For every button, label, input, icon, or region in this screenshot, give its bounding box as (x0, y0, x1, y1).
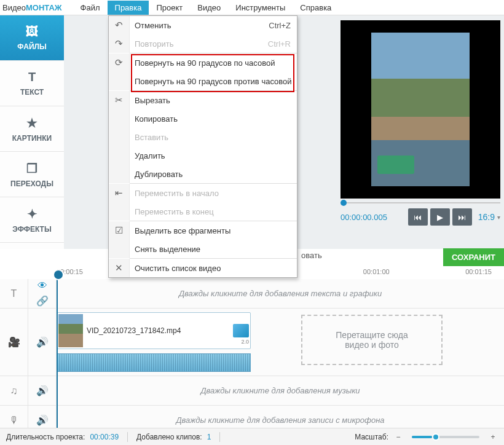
menu-item-label: Переместить в конец (130, 207, 297, 216)
clip-filename: VID_20210723_171842.mp4 (87, 326, 181, 335)
menu-item-icon: ☑ (109, 221, 130, 240)
dropzone-line2: видео и фото (345, 340, 399, 350)
save-button[interactable]: СОХРАНИТ (443, 248, 504, 266)
menu-item[interactable]: Копировать (109, 109, 297, 128)
menu-item: Вставить (109, 128, 297, 146)
statusbar: Длительность проекта: 00:00:39 Добавлено… (0, 428, 504, 445)
text-track-icon: T (11, 288, 17, 299)
eye-icon[interactable]: 👁 (37, 280, 47, 291)
menu-item-icon (109, 146, 130, 165)
menu-item: ↷ Повторить Ctrl+R (109, 34, 297, 53)
edit-dropdown: ↶ Отменить Ctrl+Z ↷ Повторить Ctrl+R ⟳ П… (108, 15, 297, 278)
menu-item-icon (109, 128, 130, 146)
zoom-handle[interactable] (432, 433, 439, 441)
speaker-icon[interactable]: 🔊 (36, 336, 49, 348)
menu-item-label: Повернуть на 90 градусов по часовой (130, 58, 297, 68)
menu-item-icon (109, 72, 130, 90)
sidebar-files[interactable]: 🖼 ФАЙЛЫ (0, 15, 64, 61)
sidebar-transitions[interactable]: ❐ ПЕРЕХОДЫ (0, 152, 64, 197)
menu-item[interactable]: ✕ Очистить список видео (109, 259, 297, 277)
text-track-hint: Дважды кликните для добавления текста и … (57, 279, 504, 308)
menu-item-label: Очистить список видео (130, 264, 297, 273)
menu-item-label: Повернуть на 90 градусов против часовой (130, 77, 297, 86)
menu-item[interactable]: ⟳ Повернуть на 90 градусов по часовой (109, 53, 297, 72)
speaker-icon[interactable]: 🔊 (36, 414, 49, 426)
link-icon[interactable]: 🔗 (36, 295, 49, 307)
video-preview[interactable] (341, 20, 500, 199)
menu-tools[interactable]: Инструменты (228, 1, 293, 15)
image-icon: 🖼 (26, 25, 38, 39)
sidebar-images[interactable]: ★ КАРТИНКИ (0, 106, 64, 152)
clip-thumbnail (58, 314, 83, 347)
menu-item[interactable]: ↶ Отменить Ctrl+Z (109, 16, 297, 34)
app-title: ВидеоМОНТАЖ (2, 3, 62, 12)
sidebar-transitions-label: ПЕРЕХОДЫ (10, 179, 53, 188)
speaker-icon[interactable]: 🔊 (36, 385, 49, 396)
timeline-music-track[interactable]: ♫ 🔊 Дважды кликните для добавления музык… (0, 376, 504, 406)
sidebar-text-label: ТЕКСТ (20, 88, 44, 96)
menu-item[interactable]: ☑ Выделить все фрагменты (109, 221, 297, 240)
sidebar-effects[interactable]: ✦ ЭФФЕКТЫ (0, 197, 64, 243)
timeline-text-track[interactable]: T 👁🔗 Дважды кликните для добавления текс… (0, 279, 504, 309)
dropzone[interactable]: Перетащите сюда видео и фото (301, 315, 443, 365)
menu-item-icon: ⇤ (109, 184, 130, 202)
zoom-in-button[interactable]: + (488, 433, 498, 441)
ruler-tick: 00:01:00 (363, 268, 390, 275)
zoom-label: Масштаб: (355, 433, 388, 441)
toolbar-text-suffix: овать (301, 251, 322, 260)
ruler-tick: 00:01:15 (465, 268, 492, 275)
app-title-b: МОНТАЖ (26, 3, 62, 12)
duration-label: Длительность проекта: (6, 433, 85, 441)
audio-waveform[interactable] (57, 353, 251, 372)
menu-item-label: Вставить (130, 133, 297, 142)
copy-icon: ❐ (26, 161, 37, 176)
menu-item-icon (109, 240, 130, 258)
menu-video[interactable]: Видео (190, 1, 228, 15)
timeline: T 👁🔗 Дважды кликните для добавления текс… (0, 279, 504, 428)
play-button[interactable]: ▶ (430, 208, 450, 226)
aspect-ratio[interactable]: 16:9 (478, 212, 495, 222)
video-clip[interactable]: VID_20210723_171842.mp4 (57, 312, 251, 349)
menu-item[interactable]: Повернуть на 90 градусов против часовой (109, 72, 297, 90)
scrub-bar[interactable] (341, 202, 500, 203)
sidebar: 🖼 ФАЙЛЫ T ТЕКСТ ★ КАРТИНКИ ❐ ПЕРЕХОДЫ ✦ … (0, 15, 64, 249)
playhead[interactable] (57, 275, 58, 428)
clips-value: 1 (207, 433, 211, 441)
menubar: ВидеоМОНТАЖ Файл Правка Проект Видео Инс… (0, 0, 504, 15)
menu-item-icon (109, 202, 130, 221)
menu-item[interactable]: Удалить (109, 146, 297, 165)
chevron-down-icon[interactable]: ▾ (497, 214, 500, 221)
timecode: 00:00:00.005 (341, 213, 387, 222)
menu-item-label: Выделить все фрагменты (130, 226, 297, 235)
menu-edit[interactable]: Правка (108, 1, 149, 15)
preview-frame (371, 33, 470, 186)
zoom-out-button[interactable]: − (393, 433, 403, 441)
star-icon: ★ (26, 116, 37, 130)
menu-item[interactable]: ✂ Вырезать (109, 91, 297, 109)
duration-value: 00:00:39 (90, 433, 119, 441)
next-button[interactable]: ⏭ (452, 208, 472, 226)
menu-project[interactable]: Проект (149, 1, 190, 15)
menu-item-label: Копировать (130, 114, 297, 124)
menu-file[interactable]: Файл (73, 1, 108, 15)
transition-icon[interactable] (233, 324, 249, 337)
menu-item-icon (109, 109, 130, 128)
mic-icon: 🎙 (9, 415, 19, 426)
menu-help[interactable]: Справка (293, 1, 339, 15)
scrub-handle[interactable] (341, 200, 347, 206)
dropzone-line1: Перетащите сюда (336, 330, 408, 340)
menu-item[interactable]: Дублировать (109, 165, 297, 183)
clips-label: Добавлено клипов: (136, 433, 202, 441)
menu-item[interactable]: Снять выделение (109, 240, 297, 258)
sidebar-files-label: ФАЙЛЫ (17, 42, 46, 51)
menu-item-label: Дублировать (130, 170, 297, 179)
menu-item-label: Повторить (130, 39, 260, 49)
player-controls: 00:00:00.005 ⏮ ▶ ⏭ 16:9 ▾ (341, 208, 500, 226)
menu-item-icon: ↶ (109, 16, 130, 34)
menu-item-icon (109, 165, 130, 183)
zoom-slider[interactable] (412, 436, 479, 438)
sidebar-text[interactable]: T ТЕКСТ (0, 61, 64, 106)
prev-button[interactable]: ⏮ (408, 208, 428, 226)
timeline-video-track[interactable]: 🎥 🔊 VID_20210723_171842.mp4 Перетащите с… (0, 309, 504, 376)
menu-item-label: Переместить в начало (130, 189, 297, 198)
